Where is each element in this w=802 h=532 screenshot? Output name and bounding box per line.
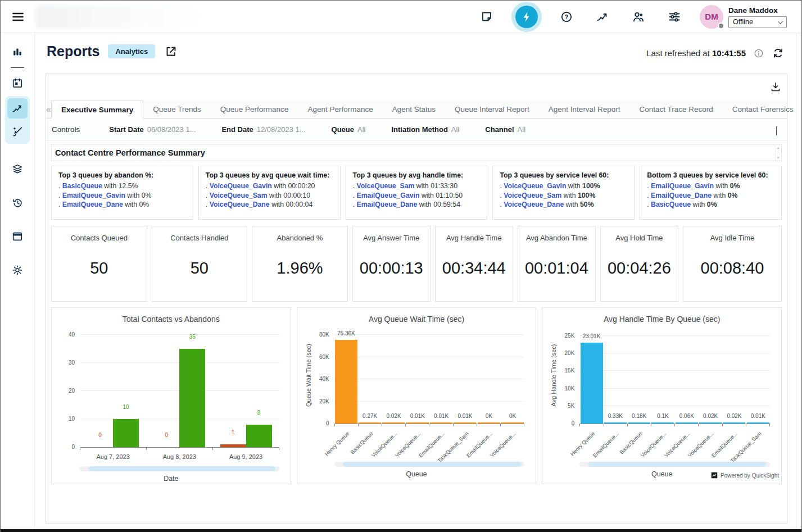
help-button[interactable]: ? (556, 6, 577, 28)
box-title: Top 3 queues by abandon %: (58, 171, 186, 179)
bar-value-label: 0 (165, 432, 169, 438)
top-queues-box: Top 3 queues by service level 60:. Voice… (492, 166, 635, 220)
metrics-icon (596, 10, 609, 24)
category-slot: 0.18K (627, 422, 651, 424)
controls-bar: Controls Start Date06/08/2023 1...End Da… (46, 119, 787, 140)
bar-value-label: 0K (509, 413, 516, 419)
queue-link[interactable]: BasicQueue (651, 201, 691, 208)
refresh-button[interactable] (772, 47, 785, 60)
scrollbar-thumb[interactable] (588, 462, 767, 467)
x-tick-label: Aug 7, 2023 (80, 450, 146, 462)
sidebar-active-group (5, 96, 30, 144)
powered-by-text: Powered by QuickSight (721, 472, 779, 479)
queue-link[interactable]: VoiceQueue_Gavin (504, 182, 566, 190)
filter-channel[interactable]: ChannelAll (485, 125, 525, 134)
queue-link[interactable]: EmailQueue_Dane (651, 192, 712, 199)
sidebar-item-layers[interactable] (7, 159, 28, 179)
scrollbar-thumb[interactable] (343, 462, 521, 467)
kpi-value: 50 (191, 259, 209, 278)
list-bullet: . (206, 192, 210, 199)
kpi-card-avg-abandon-time: Avg Abandon Time00:01:04 (518, 226, 596, 302)
bar-value-label: 0.18K (632, 413, 646, 419)
queue-link[interactable]: BasicQueue (62, 182, 102, 190)
filters-button[interactable] (664, 6, 685, 28)
open-external-button[interactable] (164, 44, 178, 59)
scrollbar-thumb[interactable] (89, 466, 275, 471)
queue-link[interactable]: VoiceQueue_Sam (210, 192, 268, 199)
browser-scrollbar-track[interactable] (796, 1, 801, 529)
queue-link[interactable]: EmailQueue_Gavin (62, 192, 125, 199)
list-bullet: . (58, 201, 62, 208)
bar (651, 422, 674, 424)
sidebar-item-settings-gear[interactable] (7, 260, 28, 280)
chart-horizontal-scrollbar[interactable] (579, 462, 770, 467)
chart-horizontal-scrollbar[interactable] (334, 462, 525, 467)
bar-value-label: 0.1K (657, 413, 669, 419)
chart-card-2: Avg Handle Time By Queue (sec)Avg Handle… (542, 307, 782, 484)
bar-value-label: 0.27K (363, 413, 377, 419)
sidebar-item-calendar[interactable] (7, 73, 28, 93)
queue-link[interactable]: EmailQueue_Gavin (356, 192, 419, 199)
controls-collapse-button[interactable] (775, 125, 778, 136)
list-bullet: . (58, 192, 62, 199)
tab-agent-performance[interactable]: Agent Performance (298, 101, 382, 118)
queue-link[interactable]: EmailQueue_Dane (356, 201, 417, 208)
quick-actions-bolt-button[interactable] (515, 6, 538, 28)
external-link-icon (164, 45, 178, 58)
queue-link[interactable]: VoiceQueue_Dane (504, 201, 564, 208)
bar-value-label: 10 (123, 404, 129, 410)
queue-link[interactable]: VoiceQueue_Sam (356, 182, 414, 190)
agents-button[interactable] (628, 6, 649, 28)
download-button[interactable] (769, 80, 782, 94)
connector-text: with (272, 182, 288, 190)
chart-horizontal-scrollbar[interactable] (80, 466, 279, 471)
queue-stat-value: 0% (707, 201, 717, 208)
agent-status-select[interactable]: Offline (728, 16, 787, 28)
chart-y-ticks: 020K40K60K80K (313, 327, 334, 424)
bar (628, 422, 650, 424)
tab-queue-performance[interactable]: Queue Performance (211, 101, 298, 118)
queue-link[interactable]: VoiceQueue_Dane (210, 201, 270, 208)
y-tick-label: 0 (572, 420, 575, 426)
filter-end-date[interactable]: End Date12/08/2023 1... (221, 125, 305, 134)
summary-scrollbar[interactable]: ▲▼ (775, 145, 781, 160)
analytics-badge: Analytics (108, 44, 155, 58)
bar-value-label: 0.01K (751, 413, 765, 419)
tab-agent-status[interactable]: Agent Status (383, 101, 445, 118)
bar-group: 1 (220, 444, 246, 447)
queue-link[interactable]: VoiceQueue_Sam (504, 192, 561, 199)
avatar[interactable]: DM (700, 5, 723, 29)
sidebar-item-customize-brush[interactable] (7, 121, 28, 142)
bar (604, 422, 627, 424)
tab-contact-forensics[interactable]: Contact Forensics (723, 101, 802, 118)
info-icon[interactable] (753, 48, 764, 59)
bar (113, 419, 139, 447)
tab-executive-summary[interactable]: Executive Summary (51, 101, 143, 119)
kpi-label: Avg Answer Time (363, 234, 419, 242)
tabs-scroll-left-button[interactable]: « (46, 101, 51, 118)
tab-queue-interval-report[interactable]: Queue Interval Report (445, 101, 539, 118)
sidebar-item-line-chart[interactable] (7, 98, 28, 119)
tab-agent-interval-report[interactable]: Agent Interval Report (539, 101, 630, 118)
sidebar-item-window[interactable] (7, 226, 28, 247)
category-slot: 0.02K (699, 422, 722, 424)
filter-queue[interactable]: QueueAll (332, 125, 366, 134)
tab-contact-trace-record[interactable]: Contact Trace Record (629, 101, 722, 118)
hamburger-menu-icon[interactable] (8, 7, 28, 26)
filter-intiation-method[interactable]: Intiation MethodAll (391, 125, 459, 134)
kpi-value: 00:00:13 (360, 259, 423, 278)
sidebar-item-history[interactable] (7, 193, 28, 213)
bar-group: 23.01K (581, 343, 603, 424)
bar (430, 422, 452, 424)
bar-group: 0.18K (628, 422, 650, 424)
category-slot: 0.01K (746, 422, 770, 424)
queue-link[interactable]: VoiceQueue_Gavin (210, 182, 272, 190)
metrics-button[interactable] (592, 6, 613, 28)
sidebar-item-bar-chart[interactable] (7, 42, 28, 62)
queue-stat-value: 0% (730, 182, 740, 190)
notes-button[interactable] (476, 6, 497, 28)
tab-queue-trends[interactable]: Queue Trends (143, 101, 211, 118)
queue-link[interactable]: EmailQueue_Gavin (651, 182, 714, 190)
filter-start-date[interactable]: Start Date06/08/2023 1... (109, 125, 196, 134)
queue-link[interactable]: EmailQueue_Dane (62, 201, 123, 208)
